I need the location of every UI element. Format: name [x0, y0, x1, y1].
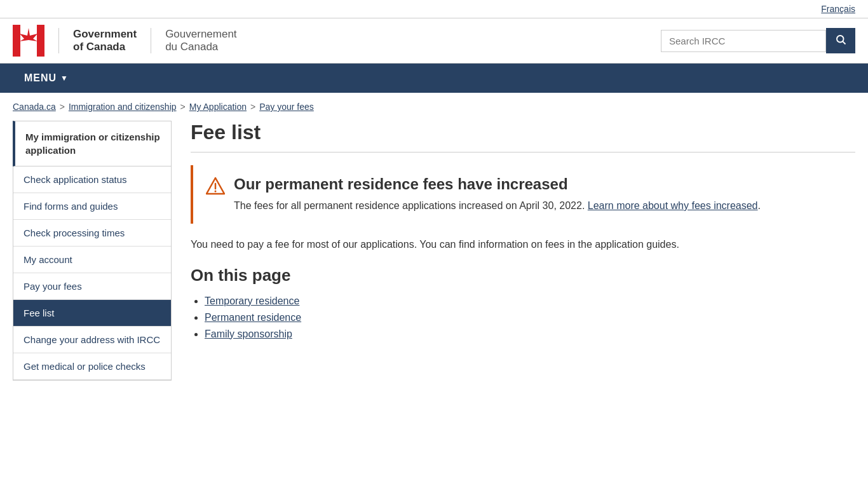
sidebar-item-processing: Check processing times	[13, 220, 171, 247]
alert-body: The fees for all permanent residence app…	[234, 198, 761, 214]
site-header: Governmentof Canada Gouvernementdu Canad…	[0, 18, 868, 64]
on-this-page-section: On this page Temporary residence Permane…	[191, 266, 855, 340]
svg-rect-1	[37, 25, 44, 57]
list-item-permanent: Permanent residence	[205, 312, 855, 323]
breadcrumb-my-application[interactable]: My Application	[189, 102, 247, 112]
alert-box: Our permanent residence fees have increa…	[191, 165, 855, 224]
top-bar: Français	[0, 0, 868, 18]
search-area	[661, 28, 855, 53]
logo-divider	[58, 28, 59, 53]
alert-heading: Our permanent residence fees have increa…	[234, 175, 761, 193]
breadcrumb-canada[interactable]: Canada.ca	[13, 102, 56, 112]
svg-line-5	[843, 41, 845, 44]
sidebar-link-check-status[interactable]: Check application status	[13, 166, 171, 193]
list-item-temporary: Temporary residence	[205, 295, 855, 307]
on-this-page-heading: On this page	[191, 266, 855, 285]
warning-icon	[206, 177, 225, 200]
sidebar-item-pay-fees: Pay your fees	[13, 273, 171, 300]
canada-flag-icon	[13, 25, 44, 57]
alert-content: Our permanent residence fees have increa…	[234, 175, 761, 214]
sidebar-item-change-address: Change your address with IRCC	[13, 327, 171, 353]
link-family-sponsorship[interactable]: Family sponsorship	[205, 329, 292, 339]
gov-english-name: Governmentof Canada	[73, 28, 137, 53]
gov-french-name: Gouvernementdu Canada	[165, 28, 236, 53]
intro-text: You need to pay a fee for most of our ap…	[191, 236, 855, 253]
logo-area: Governmentof Canada Gouvernementdu Canad…	[13, 25, 237, 57]
sidebar-item-fee-list: Fee list	[13, 300, 171, 327]
sidebar-link-fee-list[interactable]: Fee list	[13, 300, 171, 327]
sidebar-nav: Check application status Find forms and …	[13, 166, 172, 381]
svg-rect-0	[13, 25, 20, 57]
sidebar-item-forms: Find forms and guides	[13, 193, 171, 220]
link-permanent-residence[interactable]: Permanent residence	[205, 312, 301, 323]
breadcrumb-pay-fees[interactable]: Pay your fees	[259, 102, 314, 112]
sidebar-link-account[interactable]: My account	[13, 247, 171, 273]
menu-label: MENU	[24, 72, 57, 84]
gov-french-text: Gouvernementdu Canada	[165, 28, 236, 53]
menu-button[interactable]: MENU ▼	[13, 64, 80, 93]
breadcrumb-sep-3: >	[250, 102, 255, 112]
main-layout: My immigration or citizenship applicatio…	[0, 121, 868, 406]
svg-point-4	[837, 36, 844, 43]
sidebar-link-pay-fees[interactable]: Pay your fees	[13, 273, 171, 300]
sidebar-link-forms[interactable]: Find forms and guides	[13, 193, 171, 220]
svg-point-8	[215, 191, 217, 193]
search-icon	[835, 34, 846, 45]
language-toggle-link[interactable]: Français	[821, 4, 855, 14]
breadcrumb-sep-1: >	[60, 102, 65, 112]
sidebar-link-medical-police[interactable]: Get medical or police checks	[13, 353, 171, 380]
link-temporary-residence[interactable]: Temporary residence	[205, 295, 299, 306]
sidebar: My immigration or citizenship applicatio…	[13, 121, 172, 381]
alert-body-suffix: .	[758, 200, 761, 211]
sidebar-link-processing[interactable]: Check processing times	[13, 220, 171, 247]
breadcrumb: Canada.ca > Immigration and citizenship …	[0, 93, 868, 121]
on-this-page-list: Temporary residence Permanent residence …	[191, 295, 855, 340]
sidebar-section-title: My immigration or citizenship applicatio…	[13, 121, 172, 166]
sidebar-item-check-status: Check application status	[13, 166, 171, 193]
breadcrumb-sep-2: >	[180, 102, 186, 112]
logo-divider2	[151, 28, 151, 53]
sidebar-item-medical-police: Get medical or police checks	[13, 353, 171, 380]
alert-learn-more-link[interactable]: Learn more about why fees increased	[588, 200, 758, 211]
alert-body-text: The fees for all permanent residence app…	[234, 200, 585, 211]
list-item-family: Family sponsorship	[205, 329, 855, 340]
sidebar-link-change-address[interactable]: Change your address with IRCC	[13, 327, 171, 353]
search-button[interactable]	[826, 28, 855, 53]
gov-name-text: Governmentof Canada	[73, 28, 137, 53]
chevron-down-icon: ▼	[60, 74, 69, 83]
sidebar-item-account: My account	[13, 247, 171, 273]
page-title: Fee list	[191, 121, 855, 152]
breadcrumb-immigration[interactable]: Immigration and citizenship	[69, 102, 177, 112]
search-input[interactable]	[661, 30, 826, 52]
main-nav-bar: MENU ▼	[0, 64, 868, 93]
main-content: Fee list Our permanent residence fees ha…	[191, 121, 855, 381]
